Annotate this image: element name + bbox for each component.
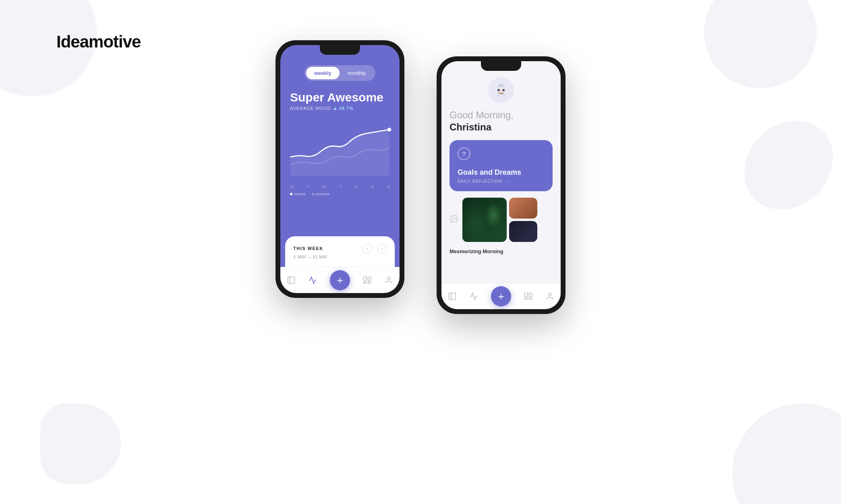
media-image-large [462, 198, 507, 242]
mood-percentage: 38.7% [339, 106, 354, 111]
chart-day-3: W [323, 185, 326, 189]
avatar [488, 77, 514, 103]
chart-day-7: S [387, 185, 390, 189]
chart-day-6: S [371, 185, 374, 189]
question-icon: ? [458, 147, 470, 160]
goals-arrow-icon: → [504, 178, 510, 184]
phone2-bottom-nav: + [441, 283, 561, 309]
phone2-content: Good Morning, Christina ? Goals and Drea… [441, 61, 561, 309]
toggle-weekly[interactable]: weekly [306, 67, 340, 79]
week-label: THIS WEEK [293, 246, 323, 251]
nav2-add-button[interactable]: + [491, 286, 511, 306]
legend-current-dot [290, 193, 292, 195]
period-toggle[interactable]: weekly monthly [304, 65, 375, 81]
phones-container: weekly monthly Super Awesome AVERAGE MOO… [0, 40, 841, 314]
mood-title: Super Awesome [290, 91, 390, 104]
phone1-notch [320, 45, 360, 55]
svg-rect-7 [497, 95, 499, 97]
mood-subtitle: AVERAGE MOOD 38.7% [290, 106, 390, 111]
svg-rect-8 [503, 95, 505, 97]
trend-up-icon [334, 107, 337, 110]
media-image-small-2 [509, 221, 537, 242]
bg-blob-bottomright [732, 403, 841, 504]
svg-point-1 [387, 277, 390, 280]
nav-icon-quotes[interactable] [363, 276, 372, 285]
avatar-area [450, 77, 553, 103]
phone1-content: weekly monthly Super Awesome AVERAGE MOO… [280, 45, 400, 293]
chart-day-2: T [307, 185, 309, 189]
week-prev-button[interactable]: ‹ [362, 244, 372, 253]
legend-current: current [290, 192, 305, 196]
phone-daily-reflection: Good Morning, Christina ? Goals and Drea… [437, 56, 566, 314]
week-nav[interactable]: ‹ › [362, 244, 387, 253]
svg-rect-12 [449, 293, 456, 300]
chart-days: M T W T F S S [287, 183, 393, 189]
svg-rect-0 [288, 277, 295, 284]
legend-previous-dot [312, 193, 314, 195]
phone2-notch [481, 61, 521, 71]
svg-point-3 [497, 89, 500, 91]
goals-title: Goals and Dreams [458, 168, 545, 177]
media-caption: Mesmerizing Morning [450, 248, 553, 254]
media-image-small-1 [509, 198, 537, 219]
chart-day-5: F [356, 185, 358, 189]
nav-icon-profile[interactable] [384, 276, 393, 285]
media-images [462, 198, 553, 242]
nav2-icon-chart[interactable] [469, 292, 478, 301]
chart-svg [287, 117, 393, 182]
greeting-name: Christina [450, 122, 553, 133]
leaf-pattern [462, 198, 507, 242]
chart-day-4: T [340, 185, 342, 189]
greeting-label: Good Morning, [450, 109, 553, 121]
svg-point-11 [452, 217, 453, 218]
bg-blob-bottomleft [40, 403, 121, 484]
chart-legend: current previous [287, 192, 393, 196]
svg-rect-9 [500, 93, 502, 94]
robot-avatar-svg [491, 81, 511, 100]
svg-point-13 [549, 293, 551, 296]
phone-mood-tracker: weekly monthly Super Awesome AVERAGE MOO… [276, 40, 404, 298]
mood-chart: M T W T F S S current [287, 117, 393, 236]
nav-add-button[interactable]: + [330, 270, 350, 290]
greeting-text: Good Morning, Christina [450, 109, 553, 134]
media-images-small-stack [509, 198, 537, 242]
nav-icon-journal[interactable] [287, 276, 296, 285]
goals-subtitle: DAILY REFLECTION → [458, 178, 545, 184]
week-header: THIS WEEK ‹ › [293, 244, 387, 253]
image-icon [450, 215, 459, 225]
nav2-icon-journal[interactable] [448, 292, 457, 301]
nav-icon-chart[interactable] [308, 276, 317, 285]
chart-day-1: M [290, 185, 293, 189]
nav2-icon-quotes[interactable] [524, 292, 533, 301]
toggle-monthly[interactable]: monthly [340, 67, 374, 79]
phone1-bottom-nav: + [280, 267, 400, 293]
goals-card[interactable]: ? Goals and Dreams DAILY REFLECTION → [450, 140, 553, 191]
svg-point-4 [502, 89, 505, 91]
media-row [450, 198, 553, 242]
legend-previous: previous [312, 192, 329, 196]
phone2-screen: Good Morning, Christina ? Goals and Drea… [441, 61, 561, 309]
chart-endpoint [387, 128, 391, 131]
week-dates: 4. MAY — 10. MAY [293, 255, 387, 259]
nav2-icon-profile[interactable] [545, 292, 554, 301]
phone1-screen: weekly monthly Super Awesome AVERAGE MOO… [280, 45, 400, 293]
week-next-button[interactable]: › [377, 244, 387, 253]
svg-rect-6 [500, 84, 502, 86]
